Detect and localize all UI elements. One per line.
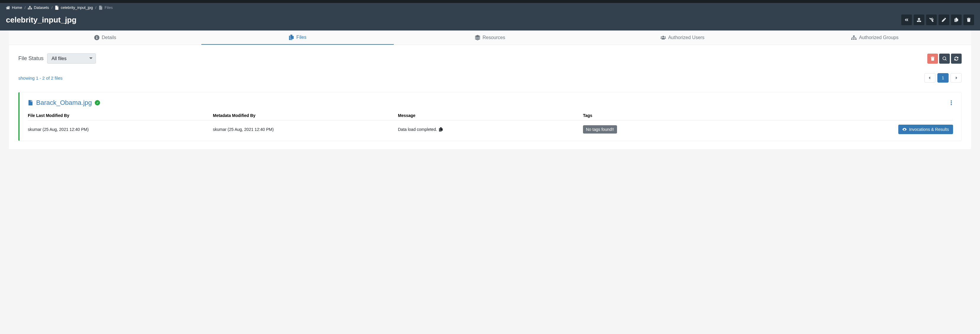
copy-icon bbox=[954, 18, 958, 22]
refresh-files-button[interactable] bbox=[951, 54, 962, 64]
breadcrumb-dataset-label: celebrity_input_jpg bbox=[61, 5, 93, 10]
val-actions: Invocations & Results bbox=[768, 125, 953, 134]
file-header: Barack_Obama.jpg ✓ bbox=[28, 99, 953, 107]
tab-authorized-users[interactable]: Authorized Users bbox=[586, 30, 779, 45]
breadcrumb-dataset[interactable]: celebrity_input_jpg bbox=[55, 5, 93, 10]
users-icon bbox=[660, 35, 666, 40]
showing-text: showing 1 - 2 of 2 files bbox=[18, 75, 62, 81]
caret-left-icon bbox=[928, 76, 932, 80]
breadcrumb-home[interactable]: Home bbox=[6, 5, 22, 10]
title-row: celebrity_input_jpg bbox=[6, 12, 974, 30]
tab-auth-groups-label: Authorized Groups bbox=[859, 35, 898, 40]
eye-icon bbox=[902, 127, 907, 132]
refresh-icon bbox=[954, 57, 958, 61]
breadcrumb-sep: / bbox=[25, 5, 26, 10]
breadcrumb-datasets-label: Datasets bbox=[34, 5, 49, 10]
col-tags: Tags bbox=[583, 113, 768, 118]
file-meta-table: File Last Modified By Metadata Modified … bbox=[28, 113, 953, 134]
tools-icon bbox=[929, 18, 934, 22]
val-file-mod-by: skumar (25 Aug, 2021 12:40 PM) bbox=[28, 127, 213, 132]
header: Home / Datasets / celebrity_input_jpg / … bbox=[0, 3, 980, 30]
file-icon bbox=[28, 100, 33, 105]
tab-details[interactable]: Details bbox=[9, 30, 201, 45]
col-actions bbox=[768, 113, 953, 118]
invocations-results-button[interactable]: Invocations & Results bbox=[898, 125, 953, 134]
tab-files[interactable]: Files bbox=[201, 30, 394, 45]
pager-next[interactable] bbox=[950, 73, 962, 83]
pager-page-1[interactable]: 1 bbox=[937, 73, 949, 83]
no-tags-badge: No tags found!! bbox=[583, 125, 617, 134]
toolbar-right bbox=[927, 54, 962, 64]
file-status-select[interactable]: All files bbox=[47, 53, 96, 64]
toolbar-row: File Status All files bbox=[18, 53, 962, 64]
toolbar-left: File Status All files bbox=[18, 53, 96, 64]
val-message: Data load completed. bbox=[398, 127, 583, 132]
file-name-link[interactable]: Barack_Obama.jpg bbox=[36, 99, 92, 107]
groups-icon bbox=[851, 35, 856, 40]
info-circle-icon bbox=[94, 35, 99, 40]
val-tags: No tags found!! bbox=[583, 125, 768, 134]
tab-files-label: Files bbox=[296, 35, 306, 40]
caret-right-icon bbox=[954, 76, 958, 80]
file-status-label: File Status bbox=[18, 56, 43, 62]
col-file-mod-by: File Last Modified By bbox=[28, 113, 213, 118]
tab-resources[interactable]: Resources bbox=[394, 30, 586, 45]
table-header: File Last Modified By Metadata Modified … bbox=[28, 113, 953, 121]
sitemap-icon bbox=[28, 6, 32, 10]
breadcrumb-home-label: Home bbox=[12, 5, 22, 10]
copy-icon[interactable] bbox=[439, 127, 443, 132]
status-ok-icon: ✓ bbox=[95, 100, 100, 105]
file-icon bbox=[99, 6, 103, 10]
upload-icon bbox=[917, 18, 921, 22]
file-icon bbox=[55, 6, 59, 10]
delete-button[interactable] bbox=[963, 14, 974, 25]
breadcrumb-sep: / bbox=[95, 5, 97, 10]
content: Details Files Resources Authorized Users… bbox=[0, 30, 980, 149]
edit-button[interactable] bbox=[939, 14, 949, 25]
angle-double-left-icon bbox=[905, 18, 908, 22]
breadcrumb: Home / Datasets / celebrity_input_jpg / … bbox=[6, 3, 974, 12]
layers-icon bbox=[475, 35, 480, 40]
pager-prev[interactable] bbox=[924, 73, 935, 83]
upload-button[interactable] bbox=[914, 14, 924, 25]
topbar bbox=[0, 0, 980, 3]
breadcrumb-sep: / bbox=[51, 5, 53, 10]
message-text: Data load completed. bbox=[398, 127, 437, 132]
home-icon bbox=[6, 6, 10, 10]
sub-row: showing 1 - 2 of 2 files 1 bbox=[18, 73, 962, 83]
tools-button[interactable] bbox=[926, 14, 937, 25]
val-meta-mod-by: skumar (25 Aug, 2021 12:40 PM) bbox=[213, 127, 398, 132]
search-icon bbox=[942, 57, 947, 61]
file-card: Barack_Obama.jpg ✓ File Last Modified By… bbox=[18, 92, 962, 141]
col-message: Message bbox=[398, 113, 583, 118]
tab-details-label: Details bbox=[102, 35, 116, 40]
breadcrumb-leaf-label: Files bbox=[105, 5, 113, 10]
breadcrumb-datasets[interactable]: Datasets bbox=[28, 5, 49, 10]
breadcrumb-leaf: Files bbox=[99, 5, 113, 10]
invocations-results-label: Invocations & Results bbox=[909, 127, 949, 132]
tab-resources-label: Resources bbox=[483, 35, 505, 40]
search-files-button[interactable] bbox=[939, 54, 950, 64]
pager: 1 bbox=[924, 73, 962, 83]
page-title: celebrity_input_jpg bbox=[6, 15, 76, 25]
delete-files-button[interactable] bbox=[927, 54, 938, 64]
files-icon bbox=[289, 35, 294, 40]
file-title-row: Barack_Obama.jpg ✓ bbox=[28, 99, 100, 107]
tabs: Details Files Resources Authorized Users… bbox=[9, 30, 971, 45]
panel: File Status All files showing 1 - 2 of 2… bbox=[9, 45, 971, 149]
tab-authorized-groups[interactable]: Authorized Groups bbox=[779, 30, 971, 45]
trash-icon bbox=[967, 18, 971, 22]
back-button[interactable] bbox=[901, 14, 912, 25]
tab-auth-users-label: Authorized Users bbox=[668, 35, 705, 40]
table-row: skumar (25 Aug, 2021 12:40 PM) skumar (2… bbox=[28, 121, 953, 134]
copy-button[interactable] bbox=[951, 14, 962, 25]
file-menu-button[interactable] bbox=[950, 99, 953, 106]
trash-icon bbox=[931, 57, 935, 61]
col-meta-mod-by: Metadata Modified By bbox=[213, 113, 398, 118]
title-actions bbox=[901, 14, 974, 25]
pencil-icon bbox=[942, 18, 946, 22]
